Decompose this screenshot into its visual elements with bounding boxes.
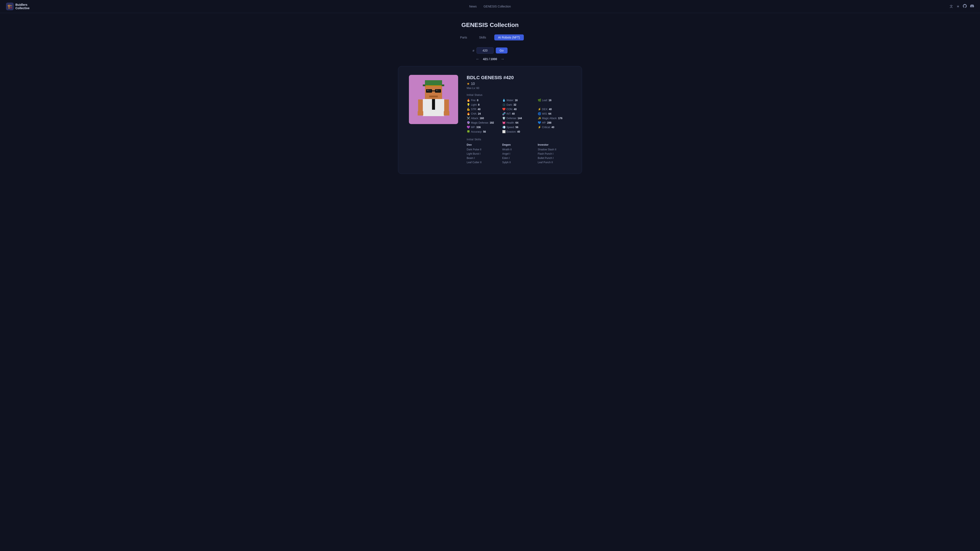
mp-stat-name: MP:	[471, 126, 476, 129]
speed-stat-icon: 💨	[502, 125, 506, 129]
str-stat-icon: 💪	[467, 108, 470, 111]
tab-parts[interactable]: Parts	[456, 35, 471, 40]
int-stat-name: INT:	[506, 112, 511, 115]
stat-leaf: 🌿 Leaf: 16	[538, 98, 571, 102]
attack-stat-name: Attack:	[471, 117, 479, 120]
stat-fire: 🔥 Fire: 0	[467, 98, 500, 102]
svg-rect-11	[444, 100, 449, 112]
svg-rect-2	[425, 85, 442, 86]
con-stat-val: 40	[514, 108, 517, 111]
skill-group-degen: Degen Wraith II Angel I Eden I Sylph II	[502, 143, 536, 165]
stat-int: 🧬 INT: 40	[502, 112, 536, 115]
stat-light: 💡 Light: 8	[467, 103, 500, 106]
logo[interactable]: 🏗️ BuidlersCollective	[6, 3, 30, 10]
tab-skills[interactable]: Skills	[475, 35, 490, 40]
stat-magic-defense: 🔮 Magic Defense: 192	[467, 121, 500, 124]
skills-section: Initial Skills Dev Dark Pulse II Light B…	[467, 138, 571, 165]
svg-rect-16	[427, 90, 428, 91]
cha-stat-icon: 🔥	[467, 112, 470, 115]
svg-rect-17	[436, 90, 438, 91]
skill-wraith-ii: Wraith II	[502, 148, 536, 151]
water-stat-name: Water:	[506, 99, 514, 102]
hp-stat-name: HP:	[542, 121, 546, 124]
magic-attack-stat-val: 176	[558, 117, 562, 120]
wis-stat-name: WIS:	[542, 112, 547, 115]
skill-light-burst-i: Light Burst I	[467, 152, 500, 155]
skills-grid: Dev Dark Pulse II Light Burst I Beam I L…	[467, 143, 571, 165]
skill-sylph-ii: Sylph II	[502, 161, 536, 164]
stat-attack: ⚔️ Attack: 160	[467, 117, 500, 120]
tab-ai-robots[interactable]: AI Robots (NFT)	[494, 35, 524, 40]
nft-image	[409, 75, 458, 124]
github-icon[interactable]	[963, 4, 967, 9]
stat-accuracy: 🍀 Accuracy: 56	[467, 130, 500, 133]
evasion-stat-val: 40	[517, 130, 520, 133]
stat-magic-attack: ✨ Magic Attack: 176	[538, 117, 571, 120]
svg-rect-13	[444, 111, 449, 116]
stat-dex: ⚡ DEX: 40	[538, 108, 571, 111]
critical-stat-val: 40	[551, 126, 554, 129]
magic-defense-stat-icon: 🔮	[467, 121, 470, 124]
magic-defense-stat-name: Magic Defense:	[471, 121, 489, 124]
leaf-stat-val: 16	[549, 99, 551, 102]
skill-eden-i: Eden I	[502, 157, 536, 160]
dark-stat-icon: 🌑	[502, 103, 506, 106]
stat-mp: 💜 MP: 336	[467, 125, 500, 129]
svg-rect-9	[432, 99, 435, 110]
dark-stat-name: Dark:	[506, 103, 513, 106]
nft-pixel-art	[417, 78, 451, 121]
skill-group-dev: Dev Dark Pulse II Light Burst I Beam I L…	[467, 143, 500, 165]
svg-rect-7	[429, 95, 438, 97]
prev-button[interactable]: ←	[476, 57, 479, 61]
theme-icon[interactable]: ☀	[956, 5, 959, 8]
page-title: GENESIS Collection	[398, 22, 582, 29]
nav-genesis[interactable]: GENESIS Collection	[484, 5, 511, 8]
water-stat-val: 16	[515, 99, 518, 102]
wis-stat-icon: 🌀	[538, 112, 541, 115]
light-stat-icon: 💡	[467, 103, 470, 106]
health-stat-val: 64	[515, 121, 518, 124]
go-button[interactable]: Go	[496, 48, 508, 54]
nav-news[interactable]: News	[469, 5, 477, 8]
stat-defense: 🛡️ Defense: 144	[502, 117, 536, 120]
svg-rect-1	[425, 80, 442, 85]
svg-rect-10	[418, 100, 423, 112]
id-input[interactable]	[477, 47, 494, 54]
next-button[interactable]: →	[501, 57, 504, 61]
dev-group-label: Dev	[467, 143, 500, 146]
stats-grid: 🔥 Fire: 0 💧 Water: 16 🌿 Leaf: 16 💡 Ligh	[467, 98, 571, 133]
speed-stat-name: Speed:	[506, 126, 515, 129]
dark-stat-val: 32	[514, 103, 516, 106]
skill-dark-pulse-ii: Dark Pulse II	[467, 148, 500, 151]
evasion-stat-name: Evasion:	[506, 130, 516, 133]
accuracy-stat-name: Accuracy:	[471, 130, 482, 133]
attack-stat-val: 160	[480, 117, 484, 120]
dex-stat-icon: ⚡	[538, 108, 541, 111]
dex-stat-name: DEX:	[542, 108, 548, 111]
nft-title: BDLC GENESIS #420	[467, 75, 571, 81]
stat-speed: 💨 Speed: 56	[502, 125, 536, 129]
initial-skills-label: Initial Skills	[467, 138, 571, 141]
svg-rect-12	[418, 111, 423, 116]
accuracy-stat-icon: 🍀	[467, 130, 470, 133]
int-stat-icon: 🧬	[502, 112, 506, 115]
cha-stat-name: CHA:	[471, 112, 477, 115]
max-lv: Max Lv: 60	[467, 87, 571, 90]
accuracy-stat-val: 56	[483, 130, 486, 133]
magic-attack-stat-icon: ✨	[538, 117, 541, 120]
translate-icon[interactable]: 文	[950, 4, 953, 9]
skill-bullet-punch-i: Bullet Punch I	[538, 157, 571, 160]
star-icon: ★	[467, 82, 470, 86]
evasion-stat-icon: ⬜	[502, 130, 506, 133]
hp-stat-val: 288	[547, 121, 551, 124]
light-stat-val: 8	[478, 103, 479, 106]
main-content: GENESIS Collection Parts Skills AI Robot…	[394, 13, 586, 183]
stat-water: 💧 Water: 16	[502, 98, 536, 102]
nav-links: News GENESIS Collection	[469, 5, 511, 8]
stat-con: ❤️ CON: 40	[502, 108, 536, 111]
stat-health: 💓 Health: 64	[502, 121, 536, 124]
logo-icon: 🏗️	[6, 3, 14, 10]
str-stat-name: STR:	[471, 108, 477, 111]
defense-stat-name: Defense:	[506, 117, 517, 120]
discord-icon[interactable]	[970, 4, 974, 9]
